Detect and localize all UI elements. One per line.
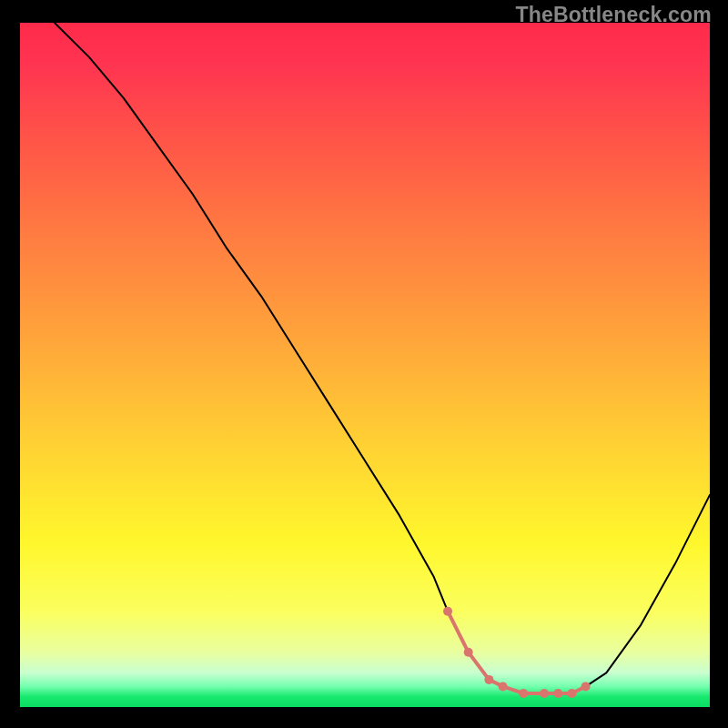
plot-area (20, 23, 710, 707)
chart-frame: TheBottleneck.com (0, 0, 728, 728)
watermark-text: TheBottleneck.com (515, 3, 712, 27)
